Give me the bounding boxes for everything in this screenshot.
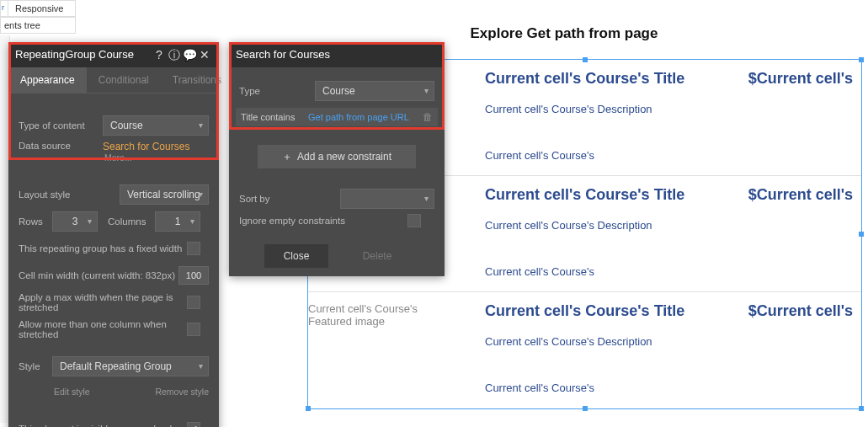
cell-description[interactable]: Current cell's Course's Description: [485, 219, 853, 232]
cell-price[interactable]: $Current cell's: [748, 70, 853, 88]
fixed-width-label: This repeating group has a fixed width: [19, 243, 187, 254]
comment-icon[interactable]: 💬: [182, 42, 197, 67]
cell-price[interactable]: $Current cell's: [748, 186, 853, 204]
cell-min-width-input[interactable]: [178, 266, 209, 285]
fixed-width-checkbox[interactable]: [187, 242, 200, 255]
tab-appearance[interactable]: Appearance: [8, 67, 87, 93]
ignore-empty-label: Ignore empty constraints: [239, 216, 407, 226]
title-contains-label: Title contains: [241, 112, 308, 122]
tab-transitions[interactable]: Transitions: [161, 67, 233, 93]
cell-subtext[interactable]: Current cell's Course's: [485, 265, 853, 278]
top-tab-strip: r Responsive: [0, 0, 76, 17]
panel-titlebar[interactable]: RepeatingGroup Course ? ⓘ 💬 ✕: [8, 42, 219, 67]
panel-title: RepeatingGroup Course: [15, 42, 152, 67]
title-contains-value[interactable]: Get path from page URL: [308, 112, 418, 122]
cell-subtext[interactable]: Current cell's Course's: [485, 382, 853, 394]
type-select[interactable]: Course: [315, 81, 434, 101]
add-constraint-label: Add a new constraint: [297, 151, 391, 163]
help-icon[interactable]: ?: [152, 42, 167, 67]
columns-label: Columns: [108, 216, 155, 227]
visible-on-load-label: This element is visible on page load: [19, 424, 187, 427]
type-label: Type: [239, 86, 315, 96]
panel-titlebar[interactable]: Search for Courses: [229, 42, 445, 67]
tab-responsive[interactable]: Responsive: [8, 1, 70, 16]
visible-on-load-checkbox[interactable]: ✓: [187, 422, 200, 427]
data-source-label: Data source: [19, 141, 103, 151]
trash-icon[interactable]: 🗑: [423, 111, 433, 123]
cell-featured-image[interactable]: Current cell's Course's Featured image: [308, 302, 460, 328]
cell-subtext[interactable]: Current cell's Course's: [485, 149, 853, 162]
type-of-content-label: Type of content: [19, 120, 103, 131]
more-column-label: Allow more than one column when stretche…: [19, 319, 187, 339]
more-column-checkbox[interactable]: [187, 323, 200, 336]
layout-style-label: Layout style: [19, 189, 120, 200]
add-constraint-button[interactable]: ＋ Add a new constraint: [258, 145, 416, 168]
max-width-checkbox[interactable]: [187, 296, 200, 309]
property-editor-panel[interactable]: RepeatingGroup Course ? ⓘ 💬 ✕ Appearance…: [8, 42, 219, 427]
cell-description[interactable]: Current cell's Course's Description: [485, 335, 853, 348]
remove-style-link[interactable]: Remove style: [153, 387, 209, 397]
plus-icon: ＋: [282, 150, 292, 164]
delete-button[interactable]: Delete: [345, 244, 409, 268]
columns-select[interactable]: 1: [155, 211, 200, 232]
elements-tree-panel[interactable]: ents tree: [0, 17, 76, 34]
type-of-content-select[interactable]: Course: [103, 115, 209, 136]
close-icon[interactable]: ✕: [197, 42, 212, 67]
search-panel[interactable]: Search for Courses Type Course Title con…: [229, 42, 445, 276]
layout-style-select[interactable]: Vertical scrolling: [120, 184, 209, 205]
style-label: Style: [19, 361, 52, 371]
panel-title: Search for Courses: [236, 42, 438, 67]
style-select[interactable]: Default Repeating Group: [52, 356, 209, 376]
panel-tabs: Appearance Conditional Transitions: [8, 67, 219, 93]
close-button[interactable]: Close: [264, 244, 328, 268]
page-title: Explore Get path from page: [269, 25, 859, 42]
info-icon[interactable]: ⓘ: [167, 42, 182, 67]
sort-by-select[interactable]: [340, 189, 434, 209]
max-width-label: Apply a max width when the page is stret…: [19, 292, 187, 312]
data-source-value[interactable]: Search for Courses: [103, 141, 209, 152]
data-source-more[interactable]: More...: [103, 152, 209, 163]
rows-label: Rows: [19, 216, 52, 227]
tab-conditional[interactable]: Conditional: [87, 67, 161, 93]
tab-fragment[interactable]: r: [1, 1, 8, 16]
rows-select[interactable]: 3: [52, 211, 98, 232]
edit-style-link[interactable]: Edit style: [52, 387, 153, 397]
ignore-empty-checkbox[interactable]: [407, 214, 421, 227]
cell-price[interactable]: $Current cell's: [748, 302, 853, 320]
sort-by-label: Sort by: [239, 194, 340, 204]
cell-description[interactable]: Current cell's Course's Description: [485, 103, 853, 115]
rg-cell[interactable]: Current cell's Course's Featured image C…: [308, 292, 861, 408]
cell-min-width-label: Cell min width (current width: 832px): [19, 270, 178, 280]
